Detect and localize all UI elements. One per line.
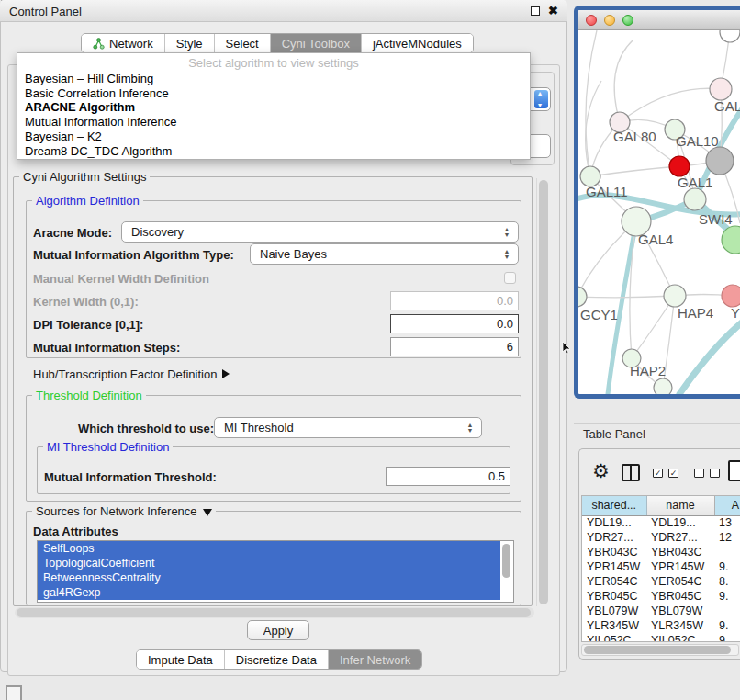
network-view-window[interactable]: GAL GAL80 GAL10 GAL1 GAL11 SWI4 GAL4 GCY… (574, 6, 740, 399)
tab-impute-data[interactable]: Impute Data (137, 650, 225, 669)
node-hap4[interactable] (664, 285, 686, 307)
tab-infer-network[interactable]: Infer Network (329, 650, 421, 669)
data-attributes-list[interactable]: SelfLoops TopologicalCoefficient Between… (37, 540, 514, 603)
settings-vertical-scrollbar[interactable] (536, 178, 549, 606)
svg-text:HAP4: HAP4 (678, 305, 713, 321)
node-gal1-highlighted[interactable] (669, 156, 690, 176)
svg-text:GAL11: GAL11 (586, 184, 628, 199)
minimize-traffic-light-icon[interactable] (604, 15, 615, 26)
combo-stepper-icon (534, 90, 548, 108)
table-row[interactable]: YBL079WYBL079W (582, 604, 740, 618)
which-threshold-label: Which threshold to use: (78, 422, 214, 435)
algorithm-dropdown-popup: Select algorithm to view settings Bayesi… (17, 52, 531, 160)
node-swi4[interactable] (684, 188, 706, 210)
table-panel: ⚙ ✓ ✓ shared... name A YDL19...YDL19...1… (578, 448, 740, 660)
float-window-icon[interactable] (531, 6, 540, 16)
combo-stepper-icon: ▲▼ (464, 423, 477, 434)
table-row[interactable]: YBR045CYBR045C9. (582, 589, 740, 604)
combo-stepper-icon: ▲▼ (500, 249, 513, 260)
mi-steps-input[interactable]: 6 (390, 337, 519, 356)
chevron-down-icon[interactable] (203, 509, 212, 516)
tab-style[interactable]: Style (165, 34, 215, 52)
kernel-width-input[interactable]: 0.0 (390, 291, 519, 310)
svg-text:GAL1: GAL1 (678, 175, 712, 190)
close-traffic-light-icon[interactable] (586, 15, 597, 26)
tab-network[interactable]: Network (82, 34, 165, 52)
svg-text:GAL: GAL (714, 98, 740, 114)
node-gcy1[interactable] (578, 287, 587, 307)
algorithm-option[interactable]: Bayesian – Hill Climbing (17, 72, 530, 86)
unchecked-checkbox-icon[interactable] (710, 469, 720, 478)
table-row[interactable]: YIL052CYIL052C9. (582, 633, 740, 642)
node-table[interactable]: shared... name A YDL19...YDL19...13 YDR2… (581, 495, 740, 642)
svg-text:Y: Y (731, 305, 740, 321)
svg-text:GCY1: GCY1 (580, 307, 618, 322)
hub-section-toggle[interactable]: Hub/Transcription Factor Definition (33, 367, 230, 381)
tab-cyni-toolbox[interactable]: Cyni Toolbox (271, 34, 362, 52)
table-row[interactable]: YLR345WYLR345W9. (582, 618, 740, 633)
checked-checkbox-icon[interactable]: ✓ (653, 469, 663, 478)
attribute-item-selected[interactable]: SelfLoops (38, 541, 500, 556)
manual-kernel-width-label: Manual Kernel Width Definition (33, 272, 209, 286)
table-row[interactable]: YER054CYER054C8. (582, 574, 740, 589)
network-canvas[interactable]: GAL GAL80 GAL10 GAL1 GAL11 SWI4 GAL4 GCY… (578, 30, 740, 394)
gear-icon[interactable]: ⚙ (592, 462, 610, 481)
manual-kernel-width-checkbox[interactable] (504, 272, 516, 284)
algorithm-dropdown-placeholder: Select algorithm to view settings (17, 53, 530, 72)
zoom-traffic-light-icon[interactable] (622, 15, 633, 26)
tab-select[interactable]: Select (215, 34, 271, 52)
control-panel-tabbar: Network Style Select Cyni Toolbox jActiv… (81, 33, 474, 53)
dpi-tolerance-input[interactable]: 0.0 (390, 314, 519, 333)
network-node-labels: GAL GAL80 GAL10 GAL1 GAL11 SWI4 GAL4 GCY… (580, 98, 740, 378)
attribute-item-selected[interactable]: gal4RGexp (38, 585, 500, 600)
table-horizontal-scrollbar[interactable] (581, 644, 739, 656)
node-gray[interactable] (706, 147, 734, 175)
close-icon[interactable]: ✖ (548, 4, 558, 17)
svg-text:GAL10: GAL10 (676, 133, 719, 149)
data-attributes-label: Data Attributes (33, 525, 118, 538)
column-header-shared-name[interactable]: shared... (582, 496, 646, 515)
control-panel-titlebar: Control Panel ✖ (0, 0, 567, 22)
panel-divider (574, 423, 740, 424)
columns-icon[interactable] (622, 464, 640, 481)
attributes-scrollbar[interactable] (501, 542, 512, 601)
table-row[interactable]: YBR043CYBR043C (582, 545, 740, 559)
network-window-titlebar (578, 10, 740, 30)
table-row[interactable]: YDR27...YDR27...12 (582, 530, 740, 545)
algorithm-option[interactable]: Basic Correlation Inference (17, 86, 530, 101)
checked-checkbox-icon[interactable]: ✓ (668, 469, 678, 478)
mouse-cursor (562, 342, 571, 355)
node-salmon[interactable] (722, 285, 740, 307)
svg-text:GAL80: GAL80 (613, 129, 656, 144)
algorithm-option-selected[interactable]: ARACNE Algorithm (17, 100, 530, 115)
settings-horizontal-scrollbar[interactable] (15, 607, 534, 618)
attribute-item-selected[interactable]: TopologicalCoefficient (38, 556, 500, 570)
table-row[interactable]: YPR145WYPR145W9. (582, 559, 740, 574)
svg-text:GAL4: GAL4 (638, 231, 673, 247)
dpi-tolerance-label: DPI Tolerance [0,1]: (33, 318, 143, 332)
mi-threshold-label: Mutual Information Threshold: (44, 470, 217, 484)
unchecked-checkbox-icon[interactable] (694, 469, 704, 478)
algorithm-option[interactable]: Bayesian – K2 (17, 130, 530, 144)
apply-button[interactable]: Apply (247, 620, 309, 640)
node-gal[interactable] (710, 78, 732, 100)
column-header[interactable]: A (714, 496, 740, 515)
docked-panel-icon[interactable] (6, 685, 22, 700)
network-icon (93, 38, 105, 50)
node[interactable] (654, 378, 672, 394)
mi-algorithm-type-combobox[interactable]: Naive Bayes ▲▼ (250, 243, 519, 265)
algorithm-option[interactable]: Dream8 DC_TDC Algorithm (17, 144, 530, 159)
mi-threshold-input[interactable]: 0.5 (386, 467, 510, 486)
algorithm-option[interactable]: Mutual Information Inference (17, 115, 530, 130)
column-header-name[interactable]: name (646, 496, 714, 515)
page-icon[interactable] (728, 460, 740, 481)
aracne-mode-combobox[interactable]: Discovery ▲▼ (121, 221, 519, 243)
table-row[interactable]: YDL19...YDL19...13 (582, 515, 740, 530)
which-threshold-combobox[interactable]: MI Threshold ▲▼ (214, 417, 482, 438)
combo-stepper-icon: ▲▼ (500, 227, 513, 238)
node[interactable] (720, 30, 740, 42)
kernel-width-label: Kernel Width (0,1): (33, 295, 139, 309)
tab-jactivemnodules[interactable]: jActiveMNodules (362, 34, 473, 52)
attribute-item-selected[interactable]: BetweennessCentrality (38, 570, 500, 585)
tab-discretize-data[interactable]: Discretize Data (225, 650, 329, 669)
